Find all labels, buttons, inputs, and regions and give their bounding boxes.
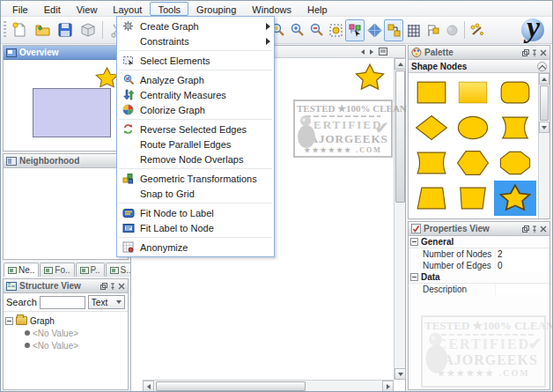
property-value[interactable]: 2 — [495, 249, 548, 260]
palette-shape-round-rectangle[interactable] — [494, 75, 536, 110]
scroll-down-button[interactable] — [394, 368, 406, 380]
pin-icon[interactable] — [531, 49, 538, 56]
property-row-description[interactable]: Description — [409, 284, 549, 295]
collapse-expander-icon[interactable] — [410, 273, 418, 281]
menu-item-route-parallel-edges[interactable]: Route Parallel Edges — [117, 137, 274, 152]
collapse-expander-icon[interactable] — [5, 317, 13, 325]
pin-icon[interactable] — [531, 226, 538, 233]
zoom-out-button[interactable] — [306, 19, 326, 41]
palette-shape-diamond[interactable] — [410, 110, 453, 145]
menu-item-fit-label-to-node[interactable]: Fit Label to Node — [117, 220, 274, 235]
menu-item-geometric-transformations[interactable]: Geometric Transformations — [117, 171, 274, 186]
float-window-icon[interactable] — [522, 49, 529, 56]
vertical-scroll-thumb[interactable] — [395, 70, 405, 203]
tab-neighborhood[interactable]: Ne.. — [4, 263, 39, 277]
menu-item-select-elements[interactable]: Select Elements — [117, 53, 274, 68]
scroll-down-button[interactable] — [539, 122, 549, 133]
scroll-up-button[interactable] — [539, 73, 549, 85]
shape-palette-grid — [409, 73, 538, 218]
search-input[interactable] — [40, 296, 85, 309]
toolbar-grip[interactable] — [4, 21, 6, 39]
star-node[interactable] — [355, 63, 385, 92]
palette-shape-star-5-selected[interactable] — [494, 181, 536, 216]
close-icon[interactable] — [118, 283, 125, 290]
palette-scrollbar[interactable] — [538, 73, 549, 218]
search-type-select[interactable]: Text — [88, 295, 125, 309]
menu-item-centrality-measures[interactable]: Centrality Measures — [117, 87, 274, 102]
tab-list-icon[interactable] — [379, 48, 387, 55]
palette-shape-rectangle[interactable] — [410, 75, 453, 110]
edit-mode-button[interactable] — [345, 19, 365, 41]
menu-windows[interactable]: Windows — [244, 2, 299, 16]
menu-item-reverse-selected-edges[interactable]: Reverse Selected Edges — [117, 122, 274, 137]
palette-shape-concave-rectangle[interactable] — [410, 145, 453, 181]
palette-shape-octagon[interactable] — [494, 145, 536, 181]
horizontal-scroll-thumb[interactable] — [156, 381, 306, 391]
tab-scroll-right-icon[interactable] — [370, 49, 373, 55]
collapse-expander-icon[interactable] — [410, 238, 418, 246]
zoom-in-button[interactable] — [287, 19, 306, 41]
properties-section-general[interactable]: General — [409, 236, 549, 248]
scroll-right-button[interactable] — [382, 381, 394, 392]
float-window-icon[interactable] — [100, 283, 107, 290]
snapshot-button[interactable] — [442, 19, 461, 41]
tab-scroll-left-icon[interactable] — [361, 49, 365, 55]
collapse-section-icon[interactable] — [537, 62, 547, 71]
close-icon[interactable] — [540, 49, 547, 56]
fit-content-button[interactable] — [326, 19, 345, 41]
property-value[interactable] — [495, 285, 548, 295]
palette-shape-hexagon[interactable] — [453, 145, 495, 181]
neighborhood-content[interactable] — [4, 168, 128, 259]
export-button[interactable] — [77, 19, 100, 41]
palette-shape-curved-parallelogram[interactable] — [494, 110, 536, 145]
palette-shape-trapezoid-2[interactable] — [453, 181, 495, 216]
property-value[interactable]: 0 — [495, 261, 548, 271]
overview-viewport-rect[interactable] — [33, 88, 111, 137]
menu-item-snap-to-grid[interactable]: Snap to Grid — [117, 186, 274, 201]
palette-panel: Palette Shape Nodes — [408, 45, 550, 219]
palette-shape-trapezoid[interactable] — [410, 181, 453, 216]
save-button[interactable] — [54, 19, 77, 41]
menu-item-constraints[interactable]: Constraints — [117, 33, 274, 48]
menu-view[interactable]: View — [69, 2, 106, 16]
scroll-up-button[interactable] — [394, 58, 406, 70]
property-row-nodes[interactable]: Number of Nodes 2 — [409, 248, 549, 260]
palette-scroll-thumb[interactable] — [540, 85, 549, 121]
overview-content[interactable] — [4, 60, 128, 151]
menu-item-anonymize[interactable]: Anonymize — [117, 240, 274, 255]
scroll-left-button[interactable] — [143, 381, 154, 392]
menu-grouping[interactable]: Grouping — [188, 2, 244, 16]
tree-node-label: <No Value> — [33, 329, 78, 338]
menu-layout[interactable]: Layout — [105, 2, 150, 16]
grid-button[interactable] — [403, 19, 423, 41]
close-icon[interactable] — [540, 226, 547, 233]
menu-item-fit-node-to-label[interactable]: Fit Node to Label — [117, 205, 274, 220]
menu-item-create-graph[interactable]: Create Graph — [117, 18, 274, 33]
menu-help[interactable]: Help — [299, 2, 335, 16]
menu-item-colorize-graph[interactable]: Colorize Graph — [117, 102, 274, 117]
open-file-button[interactable] — [31, 19, 54, 41]
new-document-button[interactable] — [8, 19, 31, 41]
tree-node-value[interactable]: <No Value> — [5, 327, 126, 339]
tab-folder-contents[interactable]: Fo.. — [40, 263, 74, 277]
menu-file[interactable]: File — [4, 2, 36, 16]
shape-nodes-header[interactable]: Shape Nodes — [409, 60, 549, 73]
tree-node-graph[interactable]: Graph — [5, 314, 126, 327]
properties-section-data[interactable]: Data — [409, 271, 549, 284]
palette-shape-ellipse[interactable] — [453, 110, 495, 145]
label-placement-button[interactable] — [423, 19, 442, 41]
palette-shape-rectangle-shiny[interactable] — [453, 75, 495, 110]
magic-wand-button[interactable] — [468, 19, 487, 41]
menu-item-analyze-graph[interactable]: Analyze Graph — [117, 72, 274, 87]
tab-predecessors[interactable]: P.. — [76, 263, 105, 277]
menu-tools[interactable]: Tools — [150, 2, 188, 16]
hierarchic-layout-button[interactable] — [384, 19, 403, 41]
menu-item-remove-node-overlaps[interactable]: Remove Node Overlaps — [117, 152, 274, 166]
float-window-icon[interactable] — [522, 226, 529, 233]
menu-edit[interactable]: Edit — [36, 2, 69, 16]
property-row-edges[interactable]: Number of Edges 0 — [409, 260, 549, 271]
canvas-horizontal-scrollbar[interactable] — [143, 380, 394, 391]
pin-icon[interactable] — [109, 283, 116, 290]
navigate-button[interactable] — [365, 19, 384, 41]
tree-node-value[interactable]: <No Value> — [5, 339, 126, 351]
